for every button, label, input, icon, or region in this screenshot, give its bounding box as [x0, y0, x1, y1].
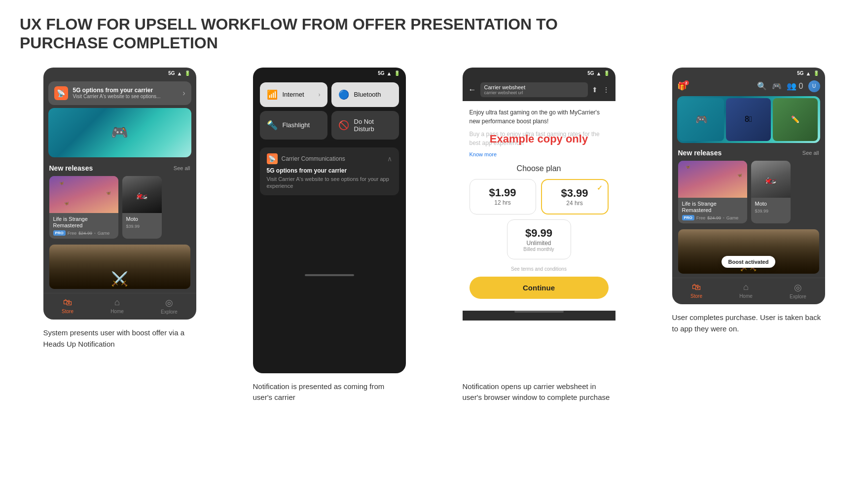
- caption-1: System presents user with boost offer vi…: [43, 327, 196, 350]
- game-card-img-life: 🦋 🦋 🦋: [49, 176, 118, 213]
- search-icon-4[interactable]: 🔍: [757, 81, 767, 91]
- game-card-life-4[interactable]: 🦋 🦋 Life is Strange Remastered PRO Free …: [678, 161, 747, 223]
- game-card-moto[interactable]: 🏍️ Moto $39.99: [122, 176, 162, 239]
- nav-home-1[interactable]: ⌂ Home: [110, 297, 124, 315]
- home-icon-1: ⌂: [114, 297, 120, 308]
- section-title-4: New releases: [678, 149, 722, 157]
- section-title-1: New releases: [49, 164, 93, 172]
- signal-icon-4: ▲: [806, 71, 811, 76]
- nav-store-4[interactable]: 🛍 Store: [690, 282, 702, 299]
- game-type-1: Game: [98, 231, 110, 236]
- continue-button[interactable]: Continue: [470, 277, 609, 299]
- promo-text-2: Buy a pass to enjoy ultra fast gaming ra…: [470, 130, 609, 147]
- toggle-flashlight[interactable]: 🔦 Flashlight: [260, 111, 327, 140]
- screen4-frame: 5G ▲ 🔋 🎁 2 🔍 🎮 👥 0 U: [672, 68, 825, 304]
- game-card-meta-moto: $39.99: [126, 224, 158, 229]
- app-header-4: 🎁 2 🔍 🎮 👥 0 U: [672, 78, 825, 94]
- game-card-moto-4[interactable]: 🏍️ Moto $39.99: [751, 161, 791, 223]
- home-indicator-3: [514, 311, 564, 313]
- screen2-frame: 5G ▲ 🔋 📶 Internet › 🔵 Bluetooth 🔦 Flashl…: [253, 68, 406, 373]
- battery-icon-3: 🔋: [604, 71, 610, 76]
- plan2-duration: 24 hrs: [547, 200, 603, 207]
- nav-explore-label-1: Explore: [161, 309, 178, 315]
- game-card-title-life: Life is Strange Remastered: [53, 216, 114, 229]
- terms-text: See terms and conditions: [470, 266, 609, 272]
- gamepad-icon-4[interactable]: 🎮: [772, 81, 782, 91]
- toggle-internet[interactable]: 📶 Internet ›: [260, 82, 327, 107]
- avatar-4[interactable]: U: [808, 80, 820, 92]
- know-more-link[interactable]: Know more: [470, 151, 609, 157]
- nav-explore-1[interactable]: ◎ Explore: [161, 297, 178, 315]
- toggle-dnd[interactable]: 🚫 Do Not Disturb: [331, 111, 399, 140]
- url-sub: carrier websheet url: [484, 90, 584, 95]
- free-label-4: Free: [696, 215, 706, 220]
- plan3-billing: Billed monthly: [512, 247, 566, 252]
- screen1-frame: 5G ▲ 🔋 📡 5G options from your carrier Vi…: [43, 68, 196, 320]
- game-card-life[interactable]: 🦋 🦋 🦋 Life is Strange Remastered PRO Fre…: [49, 176, 118, 239]
- butterfly-4a: 🦋: [686, 165, 690, 169]
- bottom-nav-1: 🛍 Store ⌂ Home ◎ Explore: [43, 293, 196, 320]
- nav-store-1[interactable]: 🛍 Store: [62, 297, 73, 315]
- explore-icon-1: ◎: [165, 297, 173, 308]
- game-card-title-moto: Moto: [126, 216, 158, 222]
- carrier-notif-icon: 📡: [267, 153, 278, 164]
- back-button[interactable]: ←: [469, 85, 476, 94]
- toggle-bluetooth[interactable]: 🔵 Bluetooth: [331, 82, 399, 107]
- game-price-moto-4: $39.99: [755, 209, 769, 214]
- status-bar-2: 5G ▲ 🔋: [253, 68, 406, 78]
- game-banner-1: 🎮: [48, 108, 191, 157]
- header-icons: ⬆ ⋮: [592, 86, 610, 94]
- game-price-4: $24.99: [707, 215, 721, 220]
- battery-icon-2: 🔋: [394, 71, 400, 76]
- carrier-notif-header: 📡 Carrier Communications ∧: [267, 153, 392, 164]
- plan-card-1[interactable]: $1.99 12 hrs: [470, 179, 536, 214]
- see-all-1[interactable]: See all: [174, 165, 190, 171]
- status-bar-4: 5G ▲ 🔋: [672, 68, 825, 78]
- bluetooth-icon: 🔵: [338, 89, 349, 100]
- quick-toggle-grid: 📶 Internet › 🔵 Bluetooth 🔦 Flashlight 🚫 …: [253, 78, 406, 143]
- url-bar: Carrier websheet carrier websheet url: [480, 82, 588, 97]
- notif-banner-1[interactable]: 📡 5G options from your carrier Visit Car…: [48, 81, 191, 105]
- bottom-nav-4: 🛍 Store ⌂ Home ◎ Explore: [672, 278, 825, 304]
- plan1-price: $1.99: [475, 186, 531, 199]
- pro-badge-1: PRO: [53, 230, 66, 236]
- 5g-icon-2: 5G: [378, 71, 384, 76]
- notif-text-1: 5G options from your carrier Visit Carri…: [73, 87, 178, 99]
- toggle-bluetooth-label: Bluetooth: [354, 91, 381, 98]
- caption-3: Notification opens up carrier websheet i…: [463, 381, 615, 403]
- game-card-meta-life-4: PRO Free $24.99 • Game: [682, 215, 743, 220]
- notif-sub-1: Visit Carrier A's website to see options…: [73, 94, 178, 99]
- screen3-frame: 5G ▲ 🔋 ← Carrier websheet carrier webshe…: [463, 68, 615, 373]
- plan1-duration: 12 hrs: [475, 199, 531, 206]
- game-cards-4: 🦋 🦋 Life is Strange Remastered PRO Free …: [672, 159, 825, 227]
- pro-badge-4: PRO: [682, 215, 694, 220]
- share-icon[interactable]: ⬆: [592, 86, 598, 94]
- section-header-1: New releases See all: [43, 160, 196, 174]
- battle-banner-1: ⚔️: [49, 245, 190, 289]
- promo-text-1: Enjoy ultra fast gaming on the go with M…: [470, 108, 609, 126]
- notif-chevron-1: ›: [182, 89, 185, 98]
- notif-title-1: 5G options from your carrier: [73, 87, 178, 94]
- nav-explore-4[interactable]: ◎ Explore: [790, 282, 806, 299]
- people-icon-4: 👥 0: [787, 81, 803, 91]
- carrier-notif[interactable]: 📡 Carrier Communications ∧ 5G options fr…: [260, 147, 399, 196]
- carrier-notif-chevron: ∧: [387, 155, 392, 163]
- more-icon[interactable]: ⋮: [603, 86, 610, 94]
- game-card-meta-moto-4: $39.99: [755, 209, 787, 214]
- header-left-4: 🎁 2: [677, 81, 687, 91]
- nav-home-4[interactable]: ⌂ Home: [739, 282, 753, 299]
- game-card-img-moto: 🏍️: [122, 176, 162, 213]
- battery-icon-1: 🔋: [184, 71, 190, 76]
- plan-card-3[interactable]: $9.99 Unlimited Billed monthly: [507, 219, 571, 259]
- notif-carrier-icon: 📡: [54, 86, 68, 100]
- plan-card-2[interactable]: $3.99 24 hrs: [541, 179, 609, 214]
- carrier-notif-name: Carrier Communications: [282, 155, 345, 162]
- see-all-4[interactable]: See all: [802, 150, 819, 156]
- wifi-icon: 📶: [267, 89, 278, 100]
- toggle-dnd-label: Do Not Disturb: [354, 118, 392, 133]
- websheet-content: Enjoy ultra fast gaming on the go with M…: [463, 101, 615, 306]
- signal-icon-1: ▲: [177, 71, 182, 76]
- caption-4: User completes purchase. User is taken b…: [672, 312, 825, 334]
- section-header-4: New releases See all: [672, 145, 825, 159]
- 5g-icon-1: 5G: [168, 71, 175, 76]
